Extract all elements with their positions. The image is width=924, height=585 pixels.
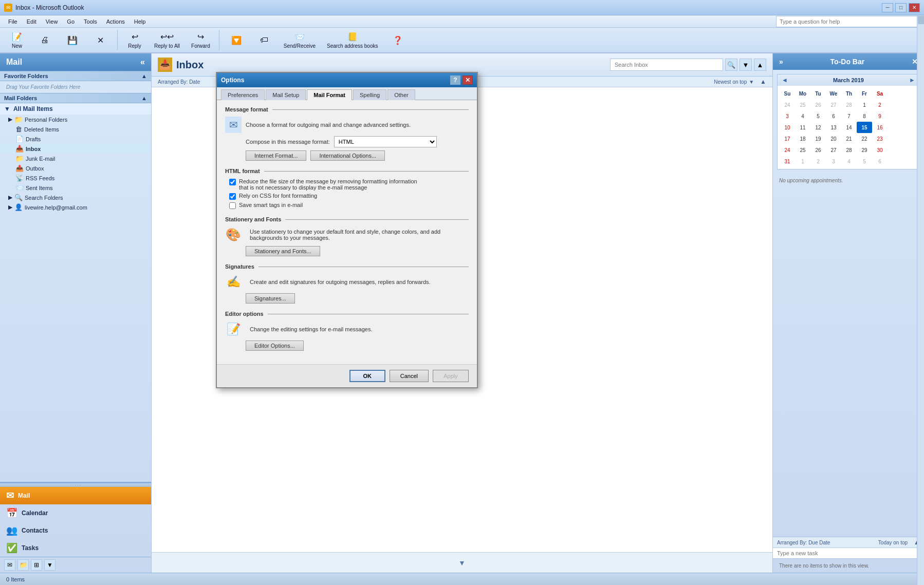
tab-mail-setup[interactable]: Mail Setup — [266, 89, 306, 100]
dialog-help-button[interactable]: ? — [450, 76, 460, 85]
menu-help[interactable]: Help — [130, 17, 150, 26]
tab-spelling[interactable]: Spelling — [353, 89, 386, 100]
cal-day[interactable]: 29 — [857, 144, 872, 156]
cal-day[interactable]: 23 — [872, 133, 888, 144]
close-button[interactable]: ✕ — [909, 3, 920, 12]
search-dropdown-button[interactable]: ▼ — [740, 59, 752, 71]
cal-day[interactable]: 14 — [841, 122, 857, 133]
favorite-folders-header[interactable]: Favorite Folders ▲ — [0, 71, 151, 81]
new-task-input[interactable] — [773, 548, 924, 559]
format-select[interactable]: HTML Rich Text Plain Text — [334, 136, 437, 147]
folder-drafts[interactable]: 📄 Drafts — [0, 134, 151, 144]
tasks-sort[interactable]: Today on top ▲ — [878, 539, 920, 546]
cal-day[interactable]: 25 — [795, 144, 810, 156]
nav-calendar[interactable]: 📅 Calendar — [0, 504, 151, 522]
todo-scrollbar[interactable] — [917, 15, 924, 585]
delete-button[interactable]: ✕ — [87, 29, 113, 51]
all-mail-item[interactable]: ▼ All Mail Items — [0, 103, 151, 115]
cal-day[interactable]: 11 — [795, 122, 810, 133]
cal-day[interactable]: 25 — [795, 99, 810, 110]
menu-file[interactable]: File — [4, 17, 22, 26]
folder-icon-btn[interactable]: 📁 — [17, 559, 29, 571]
tab-mail-format[interactable]: Mail Format — [307, 89, 352, 100]
cal-day[interactable]: 7 — [841, 110, 857, 122]
signatures-button[interactable]: Signatures... — [246, 293, 295, 304]
search-expand-button[interactable]: ▲ — [754, 59, 766, 71]
menu-go[interactable]: Go — [63, 17, 79, 26]
cal-day[interactable]: 28 — [841, 144, 857, 156]
filter-button[interactable]: 🔽 — [224, 29, 249, 51]
menu-actions[interactable]: Actions — [102, 17, 129, 26]
checkbox-smart-tags-input[interactable] — [229, 202, 236, 209]
print-button[interactable]: 🖨 — [32, 29, 58, 51]
todo-expand-icon[interactable]: » — [779, 58, 783, 66]
save-button[interactable]: 💾 — [60, 29, 85, 51]
nav-tasks[interactable]: ✅ Tasks — [0, 539, 151, 557]
folder-outbox[interactable]: 📤 Outbox — [0, 163, 151, 173]
cal-day[interactable]: 19 — [810, 133, 826, 144]
nav-mail[interactable]: ✉ Mail — [0, 487, 151, 504]
scrollbar-thumb[interactable] — [918, 16, 924, 24]
menu-tools[interactable]: Tools — [80, 17, 101, 26]
cal-day[interactable]: 8 — [857, 110, 872, 122]
stationery-fonts-button[interactable]: Stationery and Fonts... — [246, 246, 320, 256]
cal-day[interactable]: 5 — [810, 110, 826, 122]
cal-day-today[interactable]: 15 — [857, 122, 872, 133]
search-inbox-input[interactable] — [610, 59, 723, 71]
checkbox-css-input[interactable] — [229, 193, 236, 200]
resize-handle[interactable]: · · · · · — [70, 483, 81, 487]
cal-day[interactable]: 4 — [841, 156, 857, 167]
shortcuts-icon-btn[interactable]: ⊞ — [31, 559, 42, 571]
cal-day[interactable]: 26 — [810, 144, 826, 156]
mail-icon-btn[interactable]: ✉ — [4, 559, 15, 571]
calendar-next-button[interactable]: ► — [909, 77, 915, 84]
folder-gmail[interactable]: ▶ 👤 livewire.help@gmail.com — [0, 202, 151, 212]
cal-day[interactable]: 28 — [841, 99, 857, 110]
address-book-button[interactable]: 📒 Search address books — [322, 29, 383, 51]
forward-button[interactable]: ↪ Forward — [187, 29, 215, 51]
internet-format-button[interactable]: Internet Format... — [246, 150, 306, 161]
cal-day[interactable]: 1 — [795, 156, 810, 167]
new-button[interactable]: 📝 New — [4, 29, 30, 51]
calendar-prev-button[interactable]: ◄ — [782, 77, 788, 84]
config-icon-btn[interactable]: ▼ — [44, 559, 56, 571]
cal-day[interactable]: 27 — [826, 99, 841, 110]
menu-view[interactable]: View — [42, 17, 62, 26]
tab-preferences[interactable]: Preferences — [221, 89, 265, 100]
folder-inbox[interactable]: 📥 Inbox — [0, 144, 151, 154]
menu-edit[interactable]: Edit — [23, 17, 41, 26]
cal-day[interactable]: 22 — [857, 133, 872, 144]
cal-day[interactable]: 13 — [826, 122, 841, 133]
maximize-button[interactable]: □ — [895, 3, 907, 12]
cal-day[interactable]: 24 — [780, 99, 795, 110]
cal-day[interactable]: 21 — [841, 133, 857, 144]
folder-search[interactable]: ▶ 🔍 Search Folders — [0, 193, 151, 202]
scroll-up-button[interactable]: ▲ — [760, 78, 766, 85]
search-button[interactable]: 🔍 — [725, 59, 737, 71]
folder-junk-email[interactable]: 📁 Junk E-mail — [0, 154, 151, 163]
help-button[interactable]: ❓ — [385, 29, 411, 51]
help-input[interactable] — [776, 16, 920, 27]
cal-day[interactable]: 1 — [857, 99, 872, 110]
cal-day[interactable]: 4 — [795, 110, 810, 122]
cal-day[interactable]: 2 — [810, 156, 826, 167]
editor-options-button[interactable]: Editor Options... — [246, 341, 304, 351]
cal-day[interactable]: 20 — [826, 133, 841, 144]
nav-contacts[interactable]: 👥 Contacts — [0, 522, 151, 539]
cal-day[interactable]: 16 — [872, 122, 888, 133]
cancel-button[interactable]: Cancel — [390, 370, 429, 382]
send-receive-button[interactable]: 📨 Send/Receive — [279, 29, 320, 51]
categories-button[interactable]: 🏷 — [251, 29, 277, 51]
cal-day[interactable]: 9 — [872, 110, 888, 122]
checkbox-reduce-filesize-input[interactable] — [229, 179, 236, 185]
cal-day[interactable]: 5 — [857, 156, 872, 167]
cal-day[interactable]: 3 — [780, 110, 795, 122]
cal-day[interactable]: 17 — [780, 133, 795, 144]
folder-sent-items[interactable]: 📨 Sent Items — [0, 183, 151, 193]
cal-day[interactable]: 30 — [872, 144, 888, 156]
cal-day[interactable]: 27 — [826, 144, 841, 156]
tab-other[interactable]: Other — [387, 89, 415, 100]
sort-button[interactable]: Newest on top ▼ ▲ — [714, 78, 766, 85]
cal-day[interactable]: 3 — [826, 156, 841, 167]
cal-day[interactable]: 10 — [780, 122, 795, 133]
